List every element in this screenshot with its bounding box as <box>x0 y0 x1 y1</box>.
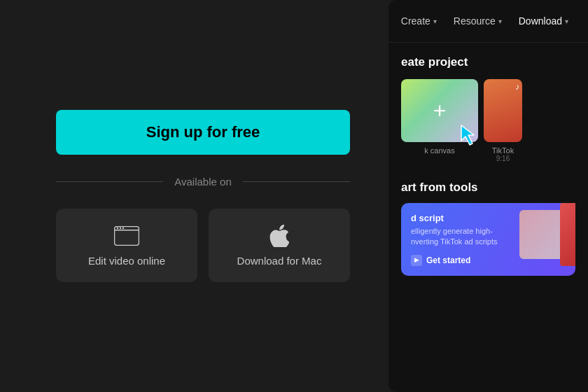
tools-section: art from tools d script elligently gener… <box>388 171 588 284</box>
chevron-down-icon: ▾ <box>565 18 568 25</box>
svg-rect-1 <box>115 230 139 231</box>
new-project-card-wrapper: + k canvas <box>401 79 478 155</box>
create-section: eate project + k canvas ♪ <box>388 43 588 171</box>
chevron-down-icon: ▾ <box>498 18 502 25</box>
tool-card-red-partial <box>560 203 575 266</box>
get-started-icon: ▶ <box>411 255 422 266</box>
download-mac-label: Download for Mac <box>237 255 322 267</box>
svg-point-3 <box>120 227 121 229</box>
navbar: Create ▾ Resource ▾ Download ▾ <box>388 0 588 43</box>
right-panel: Create ▾ Resource ▾ Download ▾ eate proj… <box>388 0 588 392</box>
tool-card-script[interactable]: d script elligently generate high- nvert… <box>401 203 575 276</box>
apple-icon <box>265 224 293 248</box>
svg-rect-0 <box>115 227 139 246</box>
nav-resource[interactable]: Resource ▾ <box>447 11 509 31</box>
available-on-label: Available on <box>56 176 350 188</box>
svg-point-2 <box>117 227 118 229</box>
plus-icon: + <box>433 99 447 122</box>
tools-section-title: art from tools <box>401 181 575 195</box>
create-section-title: eate project <box>401 55 575 69</box>
chevron-down-icon: ▾ <box>433 18 437 25</box>
browser-icon <box>113 224 141 248</box>
tiktok-card-bg: ♪ <box>484 79 522 142</box>
platform-buttons: Edit video online Download for Mac <box>56 209 350 282</box>
tiktok-sublabel: 9:16 <box>496 155 510 162</box>
nav-download[interactable]: Download ▾ <box>512 11 575 31</box>
tiktok-label: TikTok <box>492 146 514 155</box>
new-project-label: k canvas <box>424 146 454 155</box>
tiktok-project-card[interactable]: ♪ <box>484 79 522 142</box>
cursor-icon <box>458 122 484 148</box>
new-project-card[interactable]: + <box>401 79 478 142</box>
tools-cards-row: d script elligently generate high- nvert… <box>401 203 575 276</box>
signup-button[interactable]: Sign up for free <box>56 110 350 155</box>
svg-marker-5 <box>461 125 474 145</box>
download-mac-button[interactable]: Download for Mac <box>209 209 350 282</box>
left-panel: Sign up for free Available on Edit video… <box>0 0 406 392</box>
edit-online-button[interactable]: Edit video online <box>56 209 197 282</box>
nav-create[interactable]: Create ▾ <box>394 11 444 31</box>
tiktok-logo: ♪ <box>515 82 519 92</box>
tool-card-desc: elligently generate high- nverting TikTo… <box>411 226 502 248</box>
project-cards-row: + k canvas ♪ TikTok 9:16 <box>401 79 575 162</box>
tiktok-card-wrapper: ♪ TikTok 9:16 <box>484 79 522 162</box>
svg-point-4 <box>122 227 124 229</box>
edit-online-label: Edit video online <box>88 255 165 267</box>
